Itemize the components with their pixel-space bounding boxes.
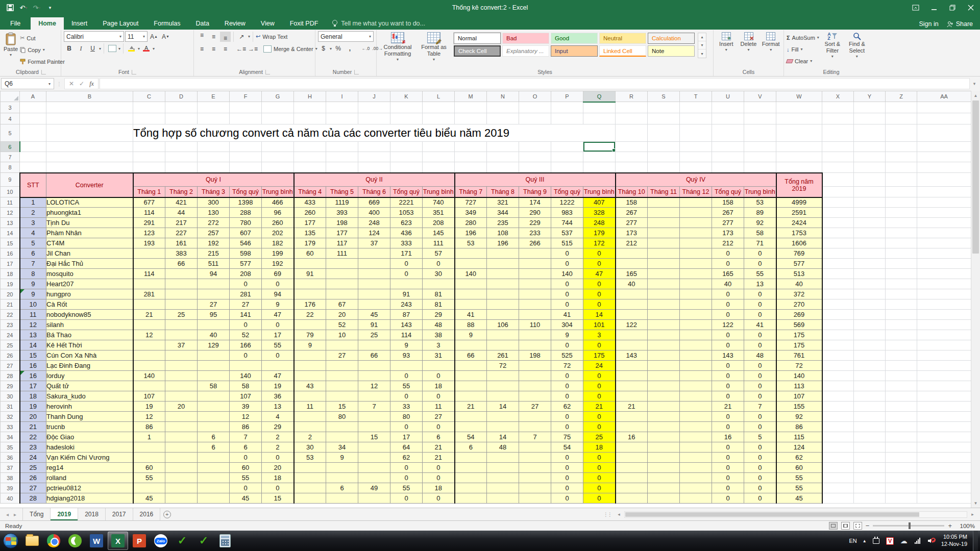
excel-button[interactable]: X [108,532,128,550]
table-cell[interactable] [519,269,551,279]
undo-button[interactable]: ↶▾ [18,3,29,13]
zoom-in-button[interactable]: + [948,522,952,530]
style-neutral[interactable]: Neutral [599,33,646,44]
table-cell[interactable]: 60 [230,463,262,473]
table-cell[interactable]: 598 [230,248,262,259]
cell[interactable] [854,279,886,289]
table-cell[interactable]: 9 [262,299,294,310]
row-header-6[interactable]: 6 [1,142,20,152]
table-cell[interactable]: 257 [198,228,230,238]
style-normal[interactable]: Normal [454,33,501,44]
table-cell[interactable]: 623 [390,218,423,228]
table-cell[interactable] [358,361,390,371]
increase-indent-button[interactable]: →≡ [248,44,258,54]
table-cell-total[interactable]: 2591 [776,208,822,218]
row-header-31[interactable]: 31 [1,402,20,412]
table-cell[interactable] [294,483,326,493]
table-cell[interactable] [648,453,680,463]
table-cell[interactable] [455,371,487,381]
table-cell[interactable]: 19 [133,402,165,412]
table-cell[interactable] [198,391,230,402]
column-header-Y[interactable]: Y [854,91,886,102]
table-cell[interactable] [165,350,198,361]
table-cell[interactable] [616,483,648,493]
table-cell[interactable]: 43 [294,381,326,391]
table-cell[interactable]: 25 [583,432,616,442]
table-cell[interactable] [455,473,487,483]
table-cell[interactable] [294,412,326,422]
table-cell[interactable]: 0 [744,493,776,504]
table-cell[interactable]: 11 [423,402,455,412]
table-cell[interactable] [487,289,519,299]
table-cell[interactable]: 172 [583,238,616,248]
table-cell[interactable] [680,453,712,463]
table-cell[interactable]: 29 [423,310,455,320]
table-cell[interactable]: 744 [551,218,583,228]
table-cell[interactable] [165,289,198,299]
table-cell[interactable]: 0 [551,248,583,259]
row-header-18[interactable]: 18 [1,269,20,279]
table-cell-converter[interactable]: nobodyknow85 [46,310,133,320]
table-cell[interactable]: 727 [455,197,487,208]
table-cell[interactable] [165,381,198,391]
table-cell[interactable]: 48 [423,320,455,330]
table-cell[interactable]: 173 [712,228,744,238]
table-cell[interactable]: 0 [390,422,423,432]
column-header-C[interactable]: C [133,91,165,102]
table-cell[interactable] [519,361,551,371]
row-header-5[interactable]: 5 [1,124,20,142]
table-cell[interactable] [294,391,326,402]
style-calculation[interactable]: Calculation [648,33,695,44]
cell[interactable] [230,162,262,173]
cell[interactable] [776,124,822,142]
bottom-align-button[interactable]: ≡ [220,32,231,42]
table-cell[interactable]: 40 [712,279,744,289]
table-cell-total[interactable]: 569 [776,320,822,330]
cell[interactable] [390,152,423,162]
table-cell[interactable]: 86 [230,422,262,432]
new-sheet-button[interactable]: + [160,508,174,520]
table-cell[interactable]: 52 [326,320,358,330]
cut-button[interactable]: ✂Cut [20,33,65,43]
cell[interactable] [886,208,917,218]
table-cell[interactable] [358,371,390,381]
table-cell-stt[interactable]: 5 [20,238,46,248]
cell[interactable] [390,142,423,152]
table-cell[interactable]: 0 [423,473,455,483]
cell[interactable] [854,473,886,483]
table-cell-converter[interactable]: herovinh [46,402,133,412]
table-cell[interactable]: 69 [262,269,294,279]
table-cell[interactable]: 177 [294,218,326,228]
cell[interactable] [917,102,971,113]
cell[interactable] [616,162,648,173]
table-cell[interactable] [294,371,326,381]
table-cell[interactable] [294,361,326,371]
format-painter-button[interactable]: Format Painter [20,56,65,67]
cell[interactable] [230,142,262,152]
table-cell[interactable] [358,340,390,350]
table-cell[interactable]: 0 [551,381,583,391]
increase-decimal-button[interactable]: ←.0 [360,43,371,54]
cell[interactable] [822,142,854,152]
table-cell[interactable] [165,269,198,279]
cell[interactable] [886,453,917,463]
table-cell[interactable] [487,279,519,289]
cell[interactable] [133,113,165,124]
style-explanatory[interactable]: Explanatory ... [502,45,549,57]
table-cell[interactable] [326,381,358,391]
table-cell-converter[interactable]: Đại Hắc Thủ [46,259,133,269]
table-cell[interactable] [680,483,712,493]
table-cell[interactable]: 91 [358,320,390,330]
table-cell[interactable]: 433 [294,197,326,208]
formula-input[interactable] [100,78,970,89]
table-cell[interactable] [680,442,712,453]
table-cell-total[interactable]: 55 [776,483,822,493]
remote-device-tray-icon[interactable] [872,537,880,545]
table-cell-stt[interactable]: 12 [20,320,46,330]
table-cell[interactable]: 143 [616,350,648,361]
table-cell-stt[interactable]: 18 [20,391,46,402]
table-cell[interactable]: 0 [712,391,744,402]
cell[interactable] [854,422,886,432]
table-cell[interactable]: 22 [294,310,326,320]
table-cell[interactable] [680,371,712,381]
